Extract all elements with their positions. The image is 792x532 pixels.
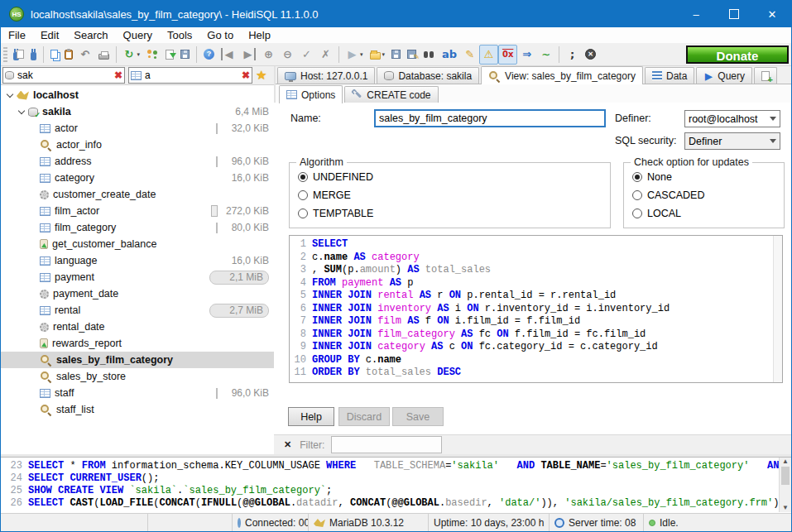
view-select-code-editor[interactable]: 1SELECT2c.name AS category3, SUM(p.amoun… [289, 235, 783, 383]
tree-item-payment[interactable]: payment2,1 MiB [1, 269, 274, 285]
highlight-errors-button[interactable]: ⚠ [479, 45, 498, 65]
scrollbar-thumb[interactable] [781, 467, 790, 485]
dropdown-caret-icon[interactable]: ▾ [137, 51, 141, 58]
close-button[interactable]: ✕ [753, 1, 791, 27]
algorithm-radio-temptable[interactable]: TEMPTABLE [290, 204, 610, 223]
menu-go-to[interactable]: Go to [199, 27, 241, 43]
collapse-chevron-icon[interactable] [17, 106, 28, 117]
algorithm-radio-undefined[interactable]: UNDEFINED [290, 168, 610, 186]
tab-query[interactable]: ▶Query [696, 67, 752, 84]
help-button[interactable]: Help [288, 407, 334, 426]
tree-item-category[interactable]: category16,0 KiB [1, 170, 274, 186]
clear-filter-icon[interactable]: ✖ [242, 70, 250, 80]
collapse-chevron-icon[interactable] [6, 89, 17, 101]
definer-label: Definer: [615, 113, 651, 124]
tree-item-rewards-report[interactable]: rewards_report [1, 335, 274, 352]
save-button[interactable]: Save [392, 407, 444, 426]
find-text-button[interactable] [420, 45, 439, 65]
tree-item-actor[interactable]: actor32,0 KiB [1, 120, 274, 137]
tree-item-sakila[interactable]: sakila6,4 MiB [1, 103, 274, 120]
paste-button[interactable] [61, 45, 76, 65]
menu-search[interactable]: Search [66, 27, 115, 43]
user-manager-button[interactable] [143, 45, 162, 65]
refresh-button[interactable]: ↻▾ [120, 45, 144, 65]
add-record-button[interactable]: ⊕ [259, 45, 278, 65]
cancel-editing-button[interactable]: ✗ [316, 45, 335, 65]
tree-item-rental-date[interactable]: rental_date [1, 319, 274, 335]
tree-item-address[interactable]: address96,0 KiB [1, 153, 274, 170]
next-statement-button[interactable]: ⇒ [517, 45, 536, 65]
delete-record-button[interactable]: ⊖ [278, 45, 297, 65]
go-last-button[interactable]: ▶ [238, 45, 259, 65]
algorithm-radio-merge[interactable]: MERGE [290, 186, 610, 204]
save-sql-button[interactable] [388, 45, 404, 65]
tree-item-localhost[interactable]: localhost [1, 87, 274, 103]
tab-host-127-0-0-1[interactable]: Host: 127.0.0.1 [277, 67, 375, 84]
check-option-radio-none[interactable]: None [624, 168, 784, 186]
minimize-button[interactable]: – [677, 1, 715, 27]
sub-tab-bar: OptionsCREATE code [276, 84, 791, 103]
disconnect-button[interactable] [27, 45, 40, 65]
tree-item-staff[interactable]: staff96,0 KiB [1, 385, 274, 401]
filter-input[interactable] [331, 436, 442, 453]
go-first-button[interactable]: ◀ [218, 45, 238, 65]
tab-database-sakila[interactable]: Database: sakila [377, 67, 479, 84]
sql-log-panel[interactable]: 23SELECT * FROM information_schema.KEY_C… [1, 457, 791, 513]
tree-item-film-category[interactable]: film_category80,0 KiB [1, 219, 274, 236]
tree-item-rental[interactable]: rental2,7 MiB [1, 302, 274, 319]
subtab-options[interactable]: Options [279, 85, 343, 103]
definer-combo[interactable]: root@localhost [684, 110, 780, 127]
tree-item-film-actor[interactable]: film_actor272,0 KiB [1, 203, 274, 219]
post-changes-button[interactable]: ✓ [297, 45, 316, 65]
check-option-radio-local[interactable]: LOCAL [624, 204, 784, 223]
tab-view-sales-by-film-category[interactable]: View: sales_by_film_category [481, 66, 643, 84]
table-filter-input[interactable] [16, 69, 113, 82]
subtab-create-code[interactable]: CREATE code [344, 86, 438, 103]
dropdown-caret-icon[interactable]: ▾ [360, 51, 363, 58]
save-sql-as-button[interactable] [404, 45, 420, 65]
column-filter-input[interactable] [143, 69, 240, 82]
session-manager-button[interactable]: ▾ [10, 45, 27, 65]
help-button[interactable] [200, 45, 218, 65]
open-sql-file-button[interactable]: ▾ [367, 45, 389, 65]
editor-scrollbar[interactable] [773, 236, 782, 382]
menu-query[interactable]: Query [116, 27, 160, 43]
log-scrollbar[interactable]: ▲▼ [779, 458, 791, 512]
clear-filter-icon[interactable]: ✖ [114, 70, 122, 80]
tree-item-staff-list[interactable]: staff_list [1, 401, 274, 418]
check-option-radio-cascaded[interactable]: CASCADED [624, 186, 784, 204]
replace-text-button[interactable]: ab [439, 45, 460, 65]
print-button[interactable] [95, 45, 113, 65]
favorites-star-icon[interactable]: ★ [256, 68, 266, 83]
menu-help[interactable]: Help [241, 27, 278, 43]
tree-item-payment-date[interactable]: payment_date [1, 285, 274, 302]
tree-item-customer-create-date[interactable]: customer_create_date [1, 186, 274, 203]
stop-on-errors-button[interactable]: 0x [498, 45, 517, 65]
sql-security-combo[interactable]: Definer [684, 132, 780, 150]
tab-data[interactable]: Data [645, 67, 694, 84]
delimiter-button[interactable]: ; [563, 45, 582, 65]
tree-item-sales-by-store[interactable]: sales_by_store [1, 368, 274, 385]
export-database-button[interactable] [162, 45, 177, 65]
view-name-input[interactable] [375, 110, 605, 127]
undo-button[interactable]: ↶ [76, 45, 95, 65]
maximize-button[interactable] [715, 1, 753, 27]
tab-new-query[interactable] [754, 67, 777, 84]
save-snapshot-button[interactable] [177, 45, 193, 65]
tree-item-get-customer-balance[interactable]: get_customer_balance [1, 236, 274, 252]
copy-button[interactable] [47, 45, 61, 65]
donate-button[interactable]: Donate [686, 46, 789, 64]
tree-item-actor-info[interactable]: actor_info [1, 137, 274, 153]
tree-item-sales-by-film-category[interactable]: sales_by_film_category [1, 352, 274, 368]
run-query-button[interactable]: ▶▾ [343, 45, 367, 65]
cancel-query-button[interactable] [582, 45, 599, 65]
menu-tools[interactable]: Tools [160, 27, 199, 43]
discard-button[interactable]: Discard [338, 407, 390, 426]
dropdown-caret-icon[interactable]: ▾ [382, 51, 386, 58]
close-filter-icon[interactable]: ✕ [284, 439, 291, 450]
tree-item-language[interactable]: language16,0 KiB [1, 252, 274, 269]
menu-edit[interactable]: Edit [33, 27, 66, 43]
reformat-button[interactable]: ~ [536, 45, 555, 65]
beautify-sql-button[interactable]: ✎ [460, 45, 479, 65]
menu-file[interactable]: File [1, 27, 33, 43]
